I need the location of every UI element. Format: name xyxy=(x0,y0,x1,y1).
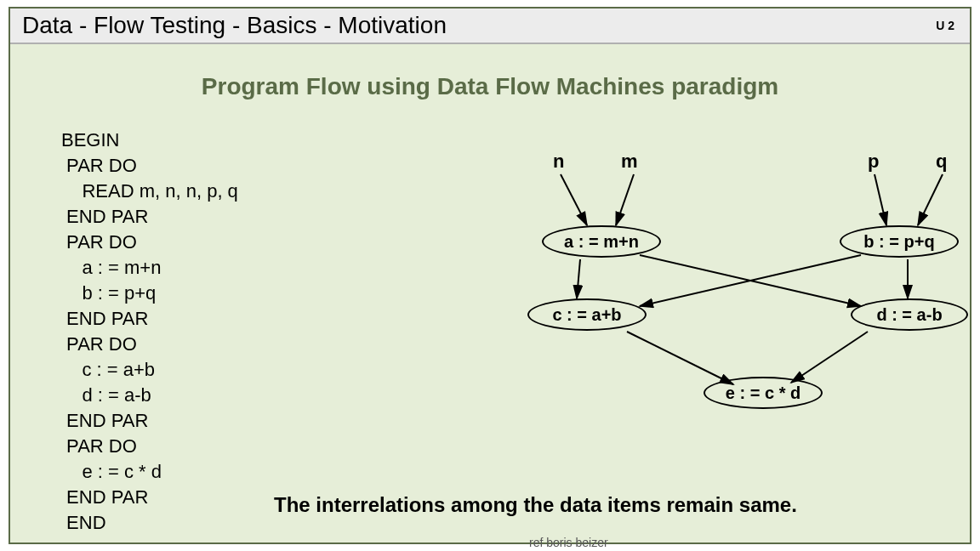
footer-text: The interrelations among the data items … xyxy=(274,493,797,517)
svg-line-8 xyxy=(627,332,733,384)
svg-line-2 xyxy=(875,174,886,225)
svg-line-1 xyxy=(616,174,634,225)
node-e: e : = c * d xyxy=(704,377,823,409)
header-title: Data - Flow Testing - Basics - Motivatio… xyxy=(22,12,447,39)
node-b: b : = p+q xyxy=(840,225,959,258)
svg-line-3 xyxy=(918,174,943,225)
flow-diagram: n m p q a : = m+n b : = p+q c : = a+b d … xyxy=(487,140,963,421)
svg-line-0 xyxy=(561,174,587,225)
input-q: q xyxy=(936,151,947,173)
header-unit: U 2 xyxy=(936,19,954,32)
node-a: a : = m+n xyxy=(542,225,661,258)
ref-text: ref boris beizer xyxy=(529,536,608,549)
diagram-arrows xyxy=(487,140,963,421)
slide-header: Data - Flow Testing - Basics - Motivatio… xyxy=(10,9,970,44)
svg-line-4 xyxy=(577,259,580,298)
slide: Data - Flow Testing - Basics - Motivatio… xyxy=(9,7,971,544)
svg-line-9 xyxy=(791,332,868,383)
subtitle: Program Flow using Data Flow Machines pa… xyxy=(10,73,970,100)
code-block: BEGIN PAR DO READ m, n, n, p, q END PAR … xyxy=(61,128,238,536)
node-c: c : = a+b xyxy=(527,298,647,331)
input-m: m xyxy=(621,151,638,173)
input-p: p xyxy=(868,151,879,173)
node-d: d : = a-b xyxy=(851,298,968,331)
input-n: n xyxy=(553,151,564,173)
